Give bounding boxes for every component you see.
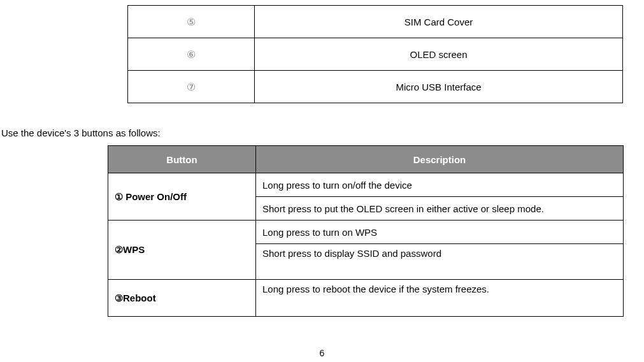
button-description: Long press to turn on WPS <box>256 221 624 244</box>
part-description: Micro USB Interface <box>255 71 623 103</box>
table-row: ③Reboot Long press to reboot the device … <box>108 280 624 317</box>
table-header-row: Button Description <box>108 146 624 173</box>
parts-table: ⑤ SIM Card Cover ⑥ OLED screen ⑦ Micro U… <box>127 5 623 103</box>
button-description: Short press to put the OLED screen in ei… <box>256 197 624 221</box>
table-row: ⑥ OLED screen <box>128 38 623 71</box>
button-description: Short press to display SSID and password <box>256 244 624 280</box>
page-number: 6 <box>0 348 644 358</box>
part-number: ⑤ <box>128 6 255 38</box>
button-description: Long press to reboot the device if the s… <box>256 280 624 317</box>
table-row: ②WPS Long press to turn on WPS <box>108 221 624 244</box>
header-description: Description <box>256 146 624 173</box>
table-row: ⑦ Micro USB Interface <box>128 71 623 103</box>
part-description: SIM Card Cover <box>255 6 623 38</box>
buttons-table: Button Description ① Power On/Off Long p… <box>108 145 624 317</box>
table-row: ⑤ SIM Card Cover <box>128 6 623 38</box>
table-row: ① Power On/Off Long press to turn on/off… <box>108 173 624 197</box>
part-number: ⑦ <box>128 71 255 103</box>
button-power: ① Power On/Off <box>108 173 256 221</box>
part-number: ⑥ <box>128 38 255 71</box>
button-description: Long press to turn on/off the device <box>256 173 624 197</box>
header-button: Button <box>108 146 256 173</box>
button-reboot: ③Reboot <box>108 280 256 317</box>
intro-text: Use the device's 3 buttons as follows: <box>1 127 161 138</box>
part-description: OLED screen <box>255 38 623 71</box>
button-wps: ②WPS <box>108 221 256 280</box>
